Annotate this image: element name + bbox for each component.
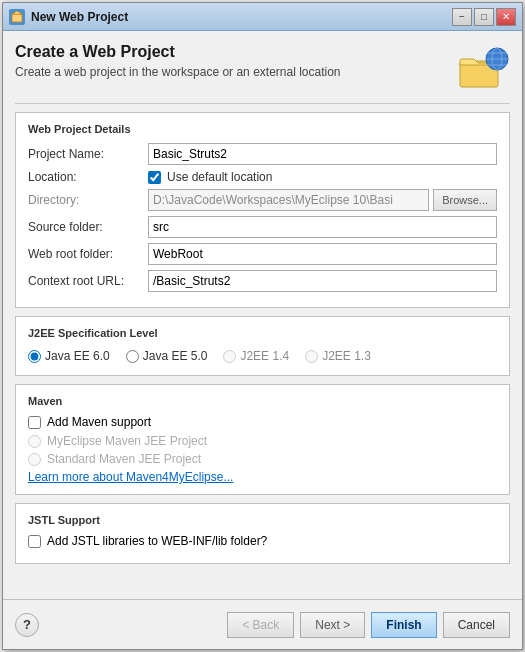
back-button[interactable]: < Back bbox=[227, 612, 294, 638]
j2ee-14-option[interactable]: J2EE 1.4 bbox=[223, 349, 289, 363]
web-root-folder-row: Web root folder: bbox=[28, 243, 497, 265]
j2ee-14-radio[interactable] bbox=[223, 350, 236, 363]
window-title: New Web Project bbox=[31, 10, 452, 24]
j2ee-14-label: J2EE 1.4 bbox=[240, 349, 289, 363]
dialog-title: Create a Web Project bbox=[15, 43, 450, 61]
web-project-details-title: Web Project Details bbox=[28, 123, 497, 135]
maven-panel: Maven Add Maven support MyEclipse Maven … bbox=[15, 384, 510, 495]
jstl-option-label: Add JSTL libraries to WEB-INF/lib folder… bbox=[47, 534, 267, 548]
j2ee-13-radio[interactable] bbox=[305, 350, 318, 363]
context-root-url-input[interactable] bbox=[148, 270, 497, 292]
jstl-panel: JSTL Support Add JSTL libraries to WEB-I… bbox=[15, 503, 510, 564]
context-root-url-row: Context root URL: bbox=[28, 270, 497, 292]
minimize-button[interactable]: − bbox=[452, 8, 472, 26]
title-bar: New Web Project − □ ✕ bbox=[3, 3, 522, 31]
java-ee-50-option[interactable]: Java EE 5.0 bbox=[126, 349, 208, 363]
footer-left: ? bbox=[15, 613, 39, 637]
add-maven-checkbox[interactable] bbox=[28, 416, 41, 429]
maven-learn-more-row: Learn more about Maven4MyEclipse... bbox=[28, 470, 497, 484]
use-default-location-label: Use default location bbox=[167, 170, 272, 184]
jstl-checkbox[interactable] bbox=[28, 535, 41, 548]
source-folder-input[interactable] bbox=[148, 216, 497, 238]
main-window: New Web Project − □ ✕ Create a Web Proje… bbox=[2, 2, 523, 650]
footer-right: < Back Next > Finish Cancel bbox=[227, 612, 510, 638]
jstl-title: JSTL Support bbox=[28, 514, 497, 526]
window-icon bbox=[9, 9, 25, 25]
header-text-area: Create a Web Project Create a web projec… bbox=[15, 43, 450, 79]
myeclipse-maven-option: MyEclipse Maven JEE Project bbox=[28, 434, 497, 448]
cancel-button[interactable]: Cancel bbox=[443, 612, 510, 638]
use-default-location-checkbox[interactable] bbox=[148, 171, 161, 184]
standard-maven-option: Standard Maven JEE Project bbox=[28, 452, 497, 466]
j2ee-spec-panel: J2EE Specification Level Java EE 6.0 Jav… bbox=[15, 316, 510, 376]
web-root-folder-input[interactable] bbox=[148, 243, 497, 265]
location-label: Location: bbox=[28, 170, 148, 184]
maven-title: Maven bbox=[28, 395, 497, 407]
myeclipse-maven-radio bbox=[28, 435, 41, 448]
project-name-row: Project Name: bbox=[28, 143, 497, 165]
jstl-option-row: Add JSTL libraries to WEB-INF/lib folder… bbox=[28, 534, 497, 548]
directory-label: Directory: bbox=[28, 193, 148, 207]
dialog-content: Create a Web Project Create a web projec… bbox=[3, 31, 522, 599]
maven-learn-more-link[interactable]: Learn more about Maven4MyEclipse... bbox=[28, 470, 233, 484]
close-button[interactable]: ✕ bbox=[496, 8, 516, 26]
java-ee-60-radio[interactable] bbox=[28, 350, 41, 363]
svg-rect-0 bbox=[12, 14, 22, 22]
location-checkbox-row: Use default location bbox=[148, 170, 272, 184]
web-root-folder-label: Web root folder: bbox=[28, 247, 148, 261]
help-button[interactable]: ? bbox=[15, 613, 39, 637]
location-row: Location: Use default location bbox=[28, 170, 497, 184]
browse-button[interactable]: Browse... bbox=[433, 189, 497, 211]
next-button[interactable]: Next > bbox=[300, 612, 365, 638]
source-folder-row: Source folder: bbox=[28, 216, 497, 238]
j2ee-spec-radio-group: Java EE 6.0 Java EE 5.0 J2EE 1.4 J2EE 1.… bbox=[28, 347, 497, 365]
window-controls: − □ ✕ bbox=[452, 8, 516, 26]
java-ee-60-option[interactable]: Java EE 6.0 bbox=[28, 349, 110, 363]
finish-button[interactable]: Finish bbox=[371, 612, 436, 638]
j2ee-13-option[interactable]: J2EE 1.3 bbox=[305, 349, 371, 363]
maximize-button[interactable]: □ bbox=[474, 8, 494, 26]
svg-marker-1 bbox=[12, 11, 22, 14]
add-maven-label: Add Maven support bbox=[47, 415, 151, 429]
source-folder-label: Source folder: bbox=[28, 220, 148, 234]
java-ee-50-radio[interactable] bbox=[126, 350, 139, 363]
standard-maven-radio bbox=[28, 453, 41, 466]
context-root-url-label: Context root URL: bbox=[28, 274, 148, 288]
dialog-header: Create a Web Project Create a web projec… bbox=[15, 43, 510, 91]
directory-input bbox=[148, 189, 429, 211]
java-ee-50-label: Java EE 5.0 bbox=[143, 349, 208, 363]
project-name-label: Project Name: bbox=[28, 147, 148, 161]
j2ee-13-label: J2EE 1.3 bbox=[322, 349, 371, 363]
project-name-input[interactable] bbox=[148, 143, 497, 165]
dialog-subtitle: Create a web project in the workspace or… bbox=[15, 65, 450, 79]
web-project-details-panel: Web Project Details Project Name: Locati… bbox=[15, 112, 510, 308]
dialog-footer: ? < Back Next > Finish Cancel bbox=[3, 599, 522, 649]
java-ee-60-label: Java EE 6.0 bbox=[45, 349, 110, 363]
directory-row: Directory: Browse... bbox=[28, 189, 497, 211]
standard-maven-label: Standard Maven JEE Project bbox=[47, 452, 201, 466]
add-maven-row: Add Maven support bbox=[28, 415, 497, 429]
header-separator bbox=[15, 103, 510, 104]
j2ee-spec-title: J2EE Specification Level bbox=[28, 327, 497, 339]
header-icon bbox=[458, 43, 510, 91]
myeclipse-maven-label: MyEclipse Maven JEE Project bbox=[47, 434, 207, 448]
